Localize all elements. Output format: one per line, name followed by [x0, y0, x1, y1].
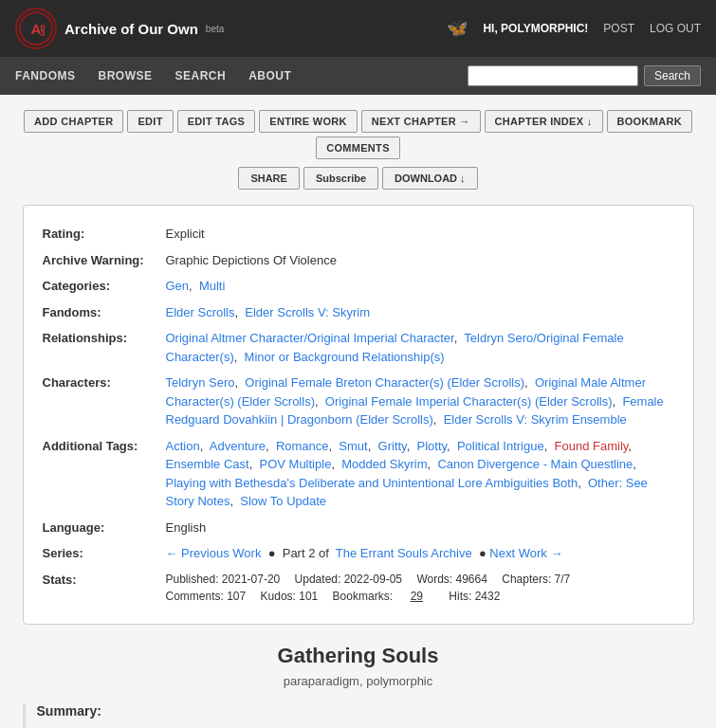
hits-stat: Hits: 2432 [449, 590, 500, 603]
tag-smut[interactable]: Smut [339, 439, 367, 453]
header-right: 🦋 HI, POLYMORPHIC! POST LOG OUT [447, 18, 701, 39]
comments-stat: Comments: 107 [166, 590, 247, 603]
categories-label: Categories: [43, 273, 166, 300]
logo-icon: A 0 3 [15, 8, 57, 49]
addtags-label: Additional Tags: [43, 433, 166, 515]
char-2-link[interactable]: Original Female Breton Character(s) (Eld… [245, 375, 524, 390]
words-stat: Words: 49664 [416, 573, 487, 586]
svg-text:3: 3 [40, 28, 45, 38]
language-row: Language: English [43, 515, 674, 541]
search-bar: Search [468, 65, 701, 86]
language-label: Language: [43, 515, 166, 541]
nav-fandoms[interactable]: FANDOMS [15, 69, 76, 82]
logout-link[interactable]: LOG OUT [650, 22, 701, 35]
tag-modded-skyrim[interactable]: Modded Skyrim [341, 457, 427, 471]
char-1-link[interactable]: Teldryn Sero [166, 375, 235, 390]
prev-work-link[interactable]: ← Previous Work [166, 546, 262, 560]
search-input[interactable] [468, 65, 638, 86]
characters-value: Teldryn Sero, Original Female Breton Cha… [166, 370, 674, 433]
share-button[interactable]: SHARE [238, 167, 300, 190]
stats-line1: Published: 2021-07-20 Updated: 2022-09-0… [166, 571, 674, 588]
tag-gritty[interactable]: Gritty [378, 439, 407, 453]
char-6-link[interactable]: Elder Scrolls V: Skyrim Ensemble [444, 412, 627, 427]
nav-links: FANDOMS BROWSE SEARCH ABOUT [15, 69, 291, 82]
work-title: Gathering Souls [23, 644, 694, 668]
rel-1-link[interactable]: Original Altmer Character/Original Imper… [166, 331, 454, 345]
fandom-skyrim-link[interactable]: Elder Scrolls V: Skyrim [245, 305, 370, 319]
entire-work-button[interactable]: ENTIRE WORK [259, 110, 358, 133]
char-4-link[interactable]: Original Female Imperial Character(s) (E… [325, 394, 613, 409]
subscribe-button[interactable]: Subscribe [303, 167, 378, 190]
relationships-row: Relationships: Original Altmer Character… [43, 325, 674, 370]
site-nav: FANDOMS BROWSE SEARCH ABOUT Search [0, 57, 716, 95]
nav-about[interactable]: ABOUT [248, 69, 291, 82]
tag-adventure[interactable]: Adventure [210, 439, 266, 453]
rating-value: Explicit [166, 221, 674, 247]
tag-canon-divergence[interactable]: Canon Divergence - Main Questline [437, 457, 633, 471]
series-name-link[interactable]: The Errant Souls Archive [336, 546, 472, 560]
post-link[interactable]: POST [603, 22, 634, 35]
kudos-stat: Kudos: 101 [261, 590, 319, 603]
stats-row: Stats: Published: 2021-07-20 Updated: 20… [43, 567, 674, 609]
tag-action[interactable]: Action [166, 439, 200, 453]
next-work-link[interactable]: Next Work → [489, 546, 562, 560]
series-row: Series: ← Previous Work ● Part 2 of The … [43, 540, 674, 567]
metadata-box: Rating: Explicit Archive Warning: Graphi… [23, 205, 694, 625]
summary-heading: Summary: [37, 703, 694, 719]
edit-button[interactable]: EDIT [127, 110, 173, 133]
characters-row: Characters: Teldryn Sero, Original Femal… [43, 370, 674, 433]
addtags-value: Action, Adventure, Romance, Smut, Gritty… [166, 433, 674, 515]
tag-plotty[interactable]: Plotty [416, 439, 447, 453]
tag-political-intrigue[interactable]: Political Intrigue [457, 439, 544, 453]
chapter-index-button[interactable]: CHAPTER INDEX ↓ [485, 110, 603, 133]
nav-search[interactable]: SEARCH [175, 69, 227, 82]
warning-value: Graphic Depictions Of Violence [166, 247, 674, 274]
stats-label: Stats: [43, 567, 166, 609]
metadata-table: Rating: Explicit Archive Warning: Graphi… [43, 221, 674, 609]
next-chapter-button[interactable]: NEXT CHAPTER → [361, 110, 481, 133]
tag-pov-multiple[interactable]: POV Multiple [260, 457, 332, 471]
main-content: ADD CHAPTER EDIT EDIT TAGS ENTIRE WORK N… [8, 95, 709, 728]
relationships-label: Relationships: [43, 325, 166, 370]
bookmarks-value[interactable]: 29 [411, 590, 423, 603]
characters-label: Characters: [43, 370, 166, 433]
tag-slow-to-update[interactable]: Slow To Update [240, 494, 326, 508]
toolbar-row2: SHARE Subscribe DOWNLOAD ↓ [23, 167, 694, 190]
stats-line2: Comments: 107 Kudos: 101 Bookmarks: 29 H… [166, 588, 674, 605]
tag-found-family[interactable]: Found Family [555, 439, 629, 453]
tag-ensemble-cast[interactable]: Ensemble Cast [166, 457, 249, 471]
stats-value: Published: 2021-07-20 Updated: 2022-09-0… [166, 567, 674, 609]
series-value: ← Previous Work ● Part 2 of The Errant S… [166, 540, 674, 567]
toolbar-row1: ADD CHAPTER EDIT EDIT TAGS ENTIRE WORK N… [23, 110, 694, 159]
category-gen-link[interactable]: Gen [166, 279, 190, 293]
fandom-elder-scrolls-link[interactable]: Elder Scrolls [166, 305, 235, 319]
tag-romance[interactable]: Romance [276, 439, 329, 453]
categories-row: Categories: Gen, Multi [43, 273, 674, 300]
bookmark-button[interactable]: BOOKMARK [607, 110, 692, 133]
work-authors: paraparadigm, polymorphic [23, 674, 694, 688]
category-multi-link[interactable]: Multi [199, 279, 225, 293]
rating-label: Rating: [43, 221, 166, 247]
fandoms-row: Fandoms: Elder Scrolls, Elder Scrolls V:… [43, 300, 674, 326]
site-beta: beta [206, 24, 224, 34]
comments-button[interactable]: COMMENTS [316, 136, 400, 159]
fandoms-label: Fandoms: [43, 300, 166, 326]
language-value: English [166, 515, 674, 541]
download-button[interactable]: DOWNLOAD ↓ [382, 167, 478, 190]
relationships-value: Original Altmer Character/Original Imper… [166, 325, 674, 370]
username-label: HI, POLYMORPHIC! [483, 22, 588, 35]
tag-lore[interactable]: Playing with Bethesda's Deliberate and U… [166, 476, 578, 490]
series-label: Series: [43, 540, 166, 567]
categories-value: Gen, Multi [166, 273, 674, 300]
nav-browse[interactable]: BROWSE [99, 69, 153, 82]
add-chapter-button[interactable]: ADD CHAPTER [24, 110, 123, 133]
published-stat: Published: 2021-07-20 [166, 573, 281, 586]
addtags-row: Additional Tags: Action, Adventure, Roma… [43, 433, 674, 515]
summary-section: Summary: The land of Skyrim founders in … [23, 703, 694, 729]
search-button[interactable]: Search [644, 65, 701, 86]
butterfly-icon: 🦋 [447, 18, 468, 39]
rel-3-link[interactable]: Minor or Background Relationship(s) [245, 350, 445, 364]
rating-row: Rating: Explicit [43, 221, 674, 247]
edit-tags-button[interactable]: EDIT TAGS [177, 110, 256, 133]
warning-row: Archive Warning: Graphic Depictions Of V… [43, 247, 674, 274]
